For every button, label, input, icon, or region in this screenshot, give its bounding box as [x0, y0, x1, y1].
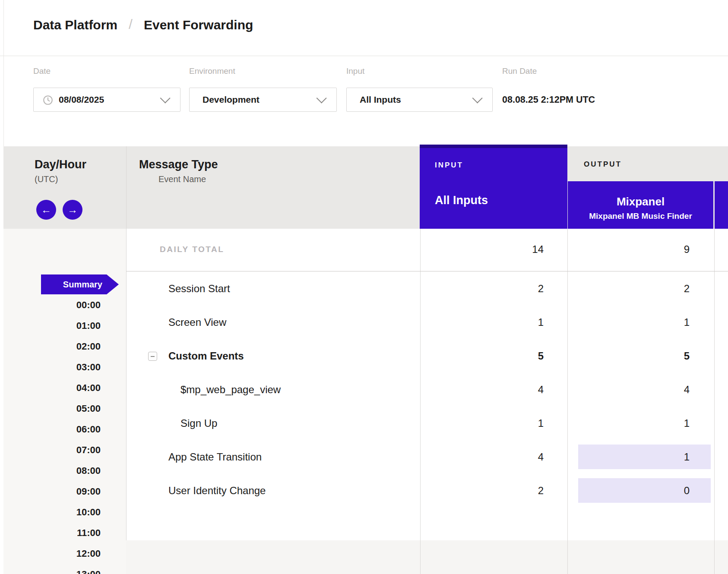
- chevron-down-icon: [472, 93, 483, 103]
- next-day-button[interactable]: →: [63, 200, 82, 220]
- row-input-value: 5: [420, 350, 544, 363]
- output-name: Mixpanel: [617, 195, 665, 208]
- hour-item[interactable]: 06:00: [3, 423, 101, 436]
- day-hour-subheader: (UTC): [35, 174, 58, 184]
- row-label-session-start: Session Start: [168, 282, 230, 295]
- input-filter-label: Input: [346, 66, 364, 77]
- row-output-value: 4: [567, 383, 690, 396]
- hour-item[interactable]: 05:00: [3, 402, 101, 415]
- chevron-down-icon: [160, 93, 171, 103]
- row-input-value: 2: [420, 282, 544, 295]
- chevron-down-icon: [317, 93, 327, 103]
- output-column-header[interactable]: Mixpanel Mixpanel MB Music Finder: [568, 181, 713, 229]
- hour-item[interactable]: 07:00: [3, 444, 101, 457]
- column-border-2: [420, 229, 421, 574]
- event-forwarding-page: Data Platform / Event Forwarding Date En…: [0, 0, 728, 574]
- row-label-mp-web-page-view: $mp_web_page_view: [180, 383, 281, 396]
- column-border-4: [714, 229, 715, 574]
- row-label-app-state-transition: App State Transition: [168, 451, 262, 464]
- arrow-left-icon: ←: [41, 205, 51, 215]
- environment-value: Development: [203, 95, 260, 105]
- summary-tab[interactable]: Summary: [41, 274, 119, 294]
- row-output-value: 1: [567, 451, 690, 464]
- row-input-value: 1: [420, 316, 544, 329]
- row-input-value: 4: [420, 451, 544, 464]
- hour-item[interactable]: 03:00: [3, 361, 101, 374]
- breadcrumb: Data Platform / Event Forwarding: [33, 16, 253, 35]
- hour-item[interactable]: 01:00: [3, 319, 101, 332]
- arrow-right-icon: →: [67, 205, 78, 215]
- breadcrumb-section[interactable]: Data Platform: [33, 18, 117, 32]
- minus-icon: [151, 356, 155, 357]
- row-output-value: 0: [567, 484, 690, 497]
- hour-item[interactable]: 11:00: [3, 527, 101, 539]
- hour-item[interactable]: 08:00: [3, 464, 101, 477]
- input-column-header[interactable]: INPUT All Inputs: [420, 148, 567, 229]
- daily-total-input-value: 14: [420, 243, 544, 256]
- hour-item[interactable]: 10:00: [3, 506, 101, 519]
- run-date-value: 08.08.25 2:12PM UTC: [502, 95, 595, 107]
- daily-total-label: DAILY TOTAL: [160, 243, 224, 256]
- daily-total-output-value: 9: [567, 243, 690, 256]
- input-column-title: All Inputs: [435, 194, 488, 207]
- row-input-value: 2: [420, 484, 544, 497]
- day-hour-header: Day/Hour: [35, 158, 86, 171]
- column-border-3: [567, 229, 568, 574]
- date-filter-label: Date: [33, 66, 51, 77]
- row-label-screen-view: Screen View: [168, 316, 226, 329]
- input-column-kicker: INPUT: [435, 161, 463, 170]
- date-dropdown[interactable]: 08/08/2025: [33, 88, 180, 112]
- topbar-divider: [0, 56, 728, 56]
- run-date-label: Run Date: [502, 66, 537, 77]
- daily-total-divider: [126, 271, 728, 271]
- environment-filter-label: Environment: [189, 66, 235, 77]
- hour-item[interactable]: 02:00: [3, 340, 101, 353]
- message-type-header: Message Type: [139, 158, 218, 171]
- table-footer-band: [126, 540, 728, 574]
- column-border-1: [126, 146, 127, 574]
- collapse-custom-events-icon[interactable]: [148, 352, 157, 361]
- row-output-value: 5: [567, 350, 690, 363]
- hour-item[interactable]: 13:00: [3, 568, 101, 574]
- row-label-sign-up: Sign Up: [180, 417, 217, 430]
- input-column-top-strip: [420, 145, 567, 148]
- output-subtitle: Mixpanel MB Music Finder: [589, 211, 692, 221]
- hour-item[interactable]: 09:00: [3, 485, 101, 498]
- output-column-kicker: OUTPUT: [584, 160, 622, 169]
- input-value: All Inputs: [360, 95, 401, 105]
- breadcrumb-separator: /: [129, 16, 133, 32]
- clock-icon: [42, 95, 54, 108]
- next-output-column-partial[interactable]: [715, 181, 728, 229]
- environment-dropdown[interactable]: Development: [189, 88, 337, 112]
- row-label-user-identity-change: User Identity Change: [168, 484, 266, 497]
- row-label-custom-events: Custom Events: [168, 350, 244, 363]
- row-input-value: 4: [420, 383, 544, 396]
- hour-item[interactable]: 04:00: [3, 382, 101, 394]
- page-title: Event Forwarding: [144, 18, 253, 32]
- row-output-value: 1: [567, 417, 690, 430]
- row-input-value: 1: [420, 417, 544, 430]
- row-output-value: 1: [567, 316, 690, 329]
- hour-item[interactable]: 12:00: [3, 547, 101, 560]
- input-dropdown[interactable]: All Inputs: [346, 88, 493, 112]
- hour-item[interactable]: 00:00: [3, 299, 101, 312]
- message-type-subheader: Event Name: [158, 174, 206, 184]
- prev-day-button[interactable]: ←: [36, 200, 56, 220]
- row-output-value: 2: [567, 282, 690, 295]
- date-value: 08/08/2025: [59, 95, 104, 105]
